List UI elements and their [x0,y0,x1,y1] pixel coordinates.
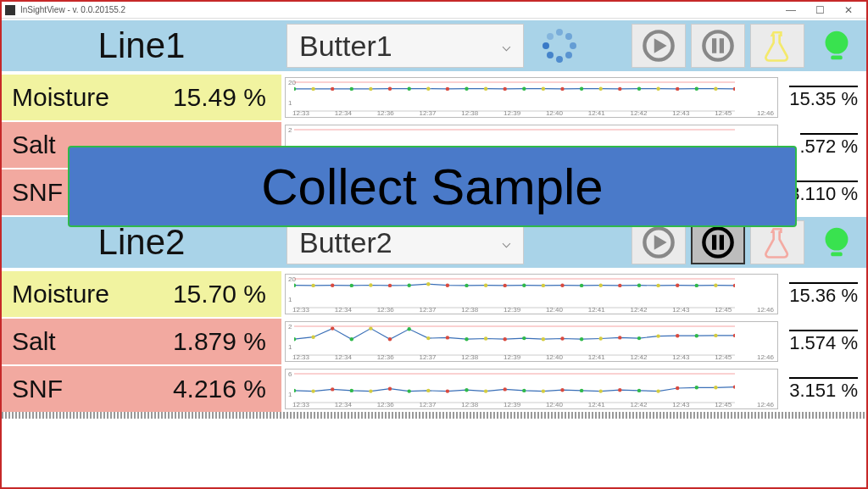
svg-point-19 [484,87,487,91]
svg-point-125 [350,389,353,392]
svg-point-91 [695,284,698,287]
svg-point-17 [446,87,449,91]
svg-rect-67 [831,253,842,257]
metric-label: Salt [2,319,154,364]
svg-point-32 [733,87,735,91]
indicator-bulb-icon [810,220,864,264]
svg-point-15 [408,87,411,91]
svg-point-84 [560,284,564,287]
metric-summary: 15.36 % [782,271,866,317]
svg-point-10 [311,87,314,91]
product-select-value: Butter1 [299,30,392,63]
svg-rect-6 [831,56,842,60]
svg-point-138 [599,389,603,392]
svg-point-77 [426,282,430,286]
svg-point-115 [656,334,659,337]
metric-value: 15.49 % [154,75,281,120]
sample-flask-button[interactable] [750,24,804,68]
metric-row: Salt 1.879 % 21 12:3312:3412:3612:3712:3… [2,317,866,364]
svg-point-142 [676,386,679,390]
play-button[interactable] [632,24,686,68]
metric-label: Moisture [2,75,154,120]
loading-spinner-icon [540,26,579,65]
svg-rect-4 [720,38,724,53]
svg-point-9 [294,87,296,91]
svg-point-73 [350,284,353,287]
svg-point-24 [580,87,583,91]
svg-point-111 [580,337,583,341]
svg-point-140 [637,389,641,392]
svg-point-124 [331,387,334,391]
svg-point-99 [350,337,353,341]
svg-point-70 [294,284,296,287]
svg-point-119 [733,334,735,337]
svg-point-108 [522,336,526,340]
svg-point-103 [426,336,430,340]
svg-point-85 [580,284,583,287]
svg-point-87 [618,284,621,287]
svg-point-26 [618,87,621,91]
svg-point-134 [522,389,526,392]
svg-point-136 [560,388,564,392]
product-select-value: Butter2 [299,226,392,259]
svg-point-80 [484,284,487,287]
metric-row: Moisture 15.49 % 201 12:3312:3412:3612:3… [2,73,866,120]
svg-point-127 [388,387,392,391]
svg-point-88 [637,284,641,287]
svg-point-107 [504,337,507,341]
metric-value: 15.70 % [154,271,281,317]
svg-point-117 [695,334,698,337]
svg-point-122 [294,389,296,392]
svg-point-25 [599,87,603,91]
app-window: InSightView - v. 0.0.20155.2 — ☐ ✕ Line1… [0,0,868,489]
svg-point-23 [560,87,564,91]
content: Line1 Butter1 ⌵ Moisture 15.49 % 201 12:… [2,19,866,487]
minimize-button[interactable]: — [776,4,805,16]
svg-point-21 [522,87,526,91]
pause-button[interactable] [691,24,745,68]
svg-point-78 [446,284,449,287]
svg-point-83 [542,284,545,287]
svg-point-133 [504,387,507,391]
svg-rect-3 [712,38,716,53]
metric-chart: 61 12:3312:3412:3612:3712:3812:3912:4012… [285,369,778,409]
chevron-down-icon: ⌵ [502,36,511,55]
metric-summary: 3.151 % [782,366,866,412]
svg-point-31 [714,87,717,91]
svg-point-113 [618,336,621,339]
svg-point-30 [695,87,698,91]
svg-point-71 [311,284,314,287]
svg-point-131 [465,388,468,392]
collect-sample-overlay[interactable]: Collect Sample [68,146,797,227]
svg-point-101 [388,337,392,341]
svg-point-116 [676,334,679,337]
svg-point-93 [733,284,735,287]
chevron-down-icon: ⌵ [502,233,511,252]
metric-value: 4.216 % [154,366,281,412]
metric-chart: 201 12:3312:3412:3612:3712:3812:3912:401… [285,274,778,314]
svg-point-112 [599,336,603,340]
svg-point-114 [637,336,641,340]
svg-point-105 [465,337,468,341]
close-button[interactable]: ✕ [834,4,863,16]
svg-point-145 [733,385,735,388]
maximize-button[interactable]: ☐ [805,4,834,16]
svg-point-141 [656,389,659,392]
metric-value: 1.879 % [154,319,281,364]
svg-point-98 [331,326,334,330]
svg-point-97 [311,336,314,339]
titlebar: InSightView - v. 0.0.20155.2 — ☐ ✕ [2,2,866,19]
svg-point-110 [560,336,564,340]
svg-point-27 [637,87,641,91]
svg-point-11 [331,87,334,91]
svg-point-100 [369,326,372,330]
svg-point-82 [522,284,526,287]
product-select[interactable]: Butter1 ⌵ [287,24,524,68]
line-header: Line1 Butter1 ⌵ [2,19,866,73]
svg-point-106 [484,336,487,340]
svg-point-102 [408,327,411,331]
timeline-strip [2,412,866,419]
svg-point-132 [484,389,487,392]
metric-summary: 15.35 % [782,75,866,120]
svg-point-118 [714,334,717,337]
